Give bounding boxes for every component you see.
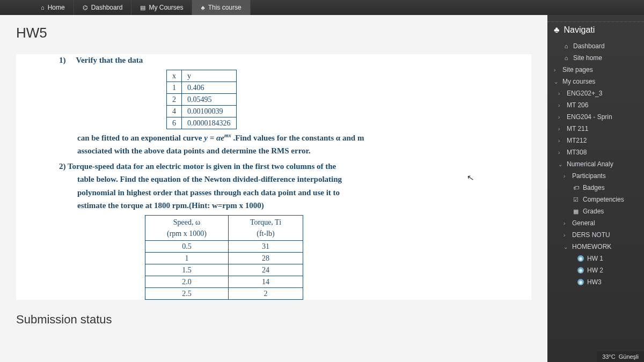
q1-paragraph-2: associated with the above data points an… [59,145,521,157]
sidebar-item-label: MT308 [567,149,587,156]
q1-paragraph-1: can be fitted to an exponential curve y … [59,131,521,144]
sidebar-item-mt308[interactable]: MT308 [547,146,644,158]
sidebar-item-label: Dashboard [573,42,605,50]
table-row: 128 [145,252,303,264]
table-row: 1.524 [145,264,303,276]
sidebar-item-mt212[interactable]: MT212 [547,135,644,146]
sitemap-icon: ♣ [554,25,560,35]
sidebar-item-label: General [572,219,595,227]
sidebar-item-mt-211[interactable]: MT 211 [547,123,644,135]
main-content: HW5 1) Verify that the data x y 10.406 2… [0,15,547,362]
nav-this-course[interactable]: ♣ This course [192,0,250,15]
sidebar-item-eng204-sprin[interactable]: ENG204 - Sprin [547,111,644,123]
table-row: 60.0000184326 [167,117,237,129]
sidebar-item-label: HOMEWORK [572,243,611,250]
sidebar-item-mt-206[interactable]: MT 206 [547,99,644,111]
sidebar-item-label: Competencies [583,196,624,203]
submission-status-heading: Submission status [16,313,531,327]
sidebar-item-numerical-analy[interactable]: Numerical Analy [547,158,644,170]
q2-block: 2) Torque-speed data for an electric mot… [59,160,521,212]
chevron-right-icon [558,138,564,144]
sidebar-item-label: MT 206 [567,101,588,109]
sidebar-item-my-courses[interactable]: My courses [547,76,644,87]
sidebar-icon: 🏷 [572,184,580,191]
sidebar-item-grades[interactable]: ▦Grades [547,205,644,217]
sidebar-item-label: HW 1 [587,255,603,262]
sidebar-item-site-home[interactable]: ⌂Site home [547,52,644,64]
sidebar-item-hw3[interactable]: ◉HW3 [547,276,644,288]
nav-home[interactable]: ⌂ Home [32,0,74,15]
sidebar-item-label: HW 2 [587,267,603,274]
sidebar-item-homework[interactable]: HOMEWORK [547,241,644,253]
table-row: 20.05495 [167,93,237,105]
q2-th-torque: Torque, Ti (ft-lb) [228,215,303,240]
courses-icon: ▤ [140,4,145,11]
table-row: 2.014 [145,276,303,287]
sidebar-title: ♣ Navigati [547,21,644,40]
assignment-icon: ◉ [577,255,584,262]
sidebar-item-label: Site home [573,54,602,62]
top-nav: ⌂ Home ⌬ Dashboard ▤ My Courses ♣ This c… [0,0,644,15]
navigation-sidebar: ♣ Navigati ⌂Dashboard⌂Site homeSite page… [547,15,644,362]
nav-home-label: Home [48,4,65,11]
sidebar-item-hw-1[interactable]: ◉HW 1 [547,253,644,264]
sidebar-icon: ▦ [572,208,580,215]
nav-my-courses[interactable]: ▤ My Courses [131,0,192,15]
table-row: 10.406 [167,82,237,93]
sidebar-item-badges[interactable]: 🏷Badges [547,182,644,194]
dashboard-icon: ⌬ [83,4,88,11]
chevron-right-icon [558,102,564,108]
sidebar-item-label: DERS NOTU [572,231,610,239]
sidebar-item-label: ENG204 - Sprin [567,113,612,121]
nav-dashboard[interactable]: ⌬ Dashboard [74,0,132,15]
q1-number: 1) [59,54,74,67]
table-row: 0.531 [145,240,303,252]
sidebar-item-label: ENG202+_3 [567,90,602,97]
q1-intro: 1) Verify that the data [59,54,521,67]
sidebar-item-hw-2[interactable]: ◉HW 2 [547,264,644,276]
q1-intro-text: Verify that the data [76,56,143,64]
sidebar-item-ders-notu[interactable]: DERS NOTU [547,229,644,241]
sidebar-item-label: HW3 [587,278,602,286]
sidebar-item-dashboard[interactable]: ⌂Dashboard [547,40,644,52]
page-title: HW5 [16,25,531,41]
table-row: 2.52 [145,287,303,299]
chevron-right-icon [558,91,564,97]
assignment-icon: ◉ [577,279,584,285]
sidebar-icon: ☑ [572,196,580,203]
sidebar-item-label: Site pages [562,66,593,73]
q1-formula: y = αe [204,134,224,142]
q2-data-table: Speed, ω (rpm x 1000) Torque, Ti (ft-lb)… [145,215,303,300]
sidebar-item-general[interactable]: General [547,217,644,229]
taskbar[interactable]: 33°C Güneşli [597,351,644,362]
q2-th-speed: Speed, ω (rpm x 1000) [145,215,229,240]
chevron-right-icon [564,220,569,226]
assignment-icon: ◉ [577,267,584,274]
chevron-right-icon [558,126,564,132]
assignment-content: 1) Verify that the data x y 10.406 20.05… [16,54,531,300]
sidebar-item-label: Grades [583,208,604,215]
home-icon: ⌂ [41,4,45,11]
sidebar-item-label: MT212 [567,137,587,144]
sitemap-icon: ♣ [201,4,204,11]
sidebar-icon: ⌂ [562,43,570,49]
chevron-down-icon [558,161,564,167]
sidebar-item-competencies[interactable]: ☑Competencies [547,194,644,205]
sidebar-item-label: Numerical Analy [567,160,613,168]
sidebar-item-eng202-3[interactable]: ENG202+_3 [547,87,644,99]
chevron-right-icon [558,150,564,156]
nav-dashboard-label: Dashboard [91,4,123,11]
sidebar-item-participants[interactable]: Participants [547,170,644,182]
sidebar-item-site-pages[interactable]: Site pages [547,64,644,76]
table-row: 40.00100039 [167,105,237,117]
q2-number: 2) [59,162,66,171]
chevron-down-icon [564,244,569,250]
sidebar-item-label: Badges [583,184,605,191]
q1-th-y: y [182,70,237,82]
sidebar-item-label: Participants [572,172,606,180]
chevron-right-icon [558,114,564,120]
chevron-right-icon [564,173,569,179]
q1-th-x: x [167,70,182,82]
chevron-right-icon [554,67,559,73]
chevron-right-icon [564,232,569,238]
